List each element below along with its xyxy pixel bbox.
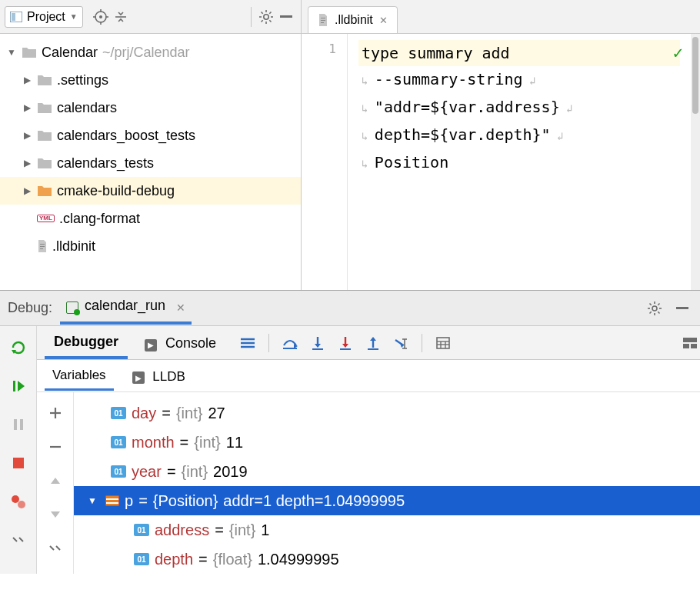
- svg-rect-68: [691, 344, 697, 348]
- run-config-name: calendar_run: [85, 298, 165, 314]
- project-toolbar: Project ▼: [0, 0, 301, 34]
- tab-lldb[interactable]: ▶ LLDB: [125, 362, 193, 390]
- variable-row[interactable]: 01depth = {float} 1.04999995: [74, 545, 700, 574]
- move-down-button[interactable]: [45, 505, 65, 525]
- code-line: Position: [375, 153, 448, 172]
- move-up-button[interactable]: [45, 471, 65, 491]
- stop-button[interactable]: [8, 452, 29, 474]
- variable-name: depth: [155, 551, 193, 568]
- add-watch-button[interactable]: [45, 403, 65, 423]
- calculator-icon: [435, 337, 451, 349]
- rerun-button[interactable]: [8, 337, 29, 358]
- expand-icon[interactable]: ▶: [22, 102, 32, 113]
- variable-row[interactable]: ▼p = {Position} addr=1 depth=1.04999995: [74, 486, 700, 515]
- tab-variables[interactable]: Variables: [45, 361, 114, 391]
- pause-button[interactable]: [8, 414, 29, 435]
- debug-main: Debugger ▶ Console: [37, 326, 700, 574]
- expand-icon[interactable]: ▶: [22, 130, 32, 141]
- folder-icon: [37, 102, 52, 114]
- resume-button[interactable]: [8, 375, 29, 397]
- equals-sign: =: [198, 551, 208, 568]
- close-icon[interactable]: ✕: [379, 15, 388, 26]
- svg-line-16: [262, 20, 263, 22]
- run-config-icon: [66, 302, 78, 314]
- expand-icon[interactable]: ▶: [22, 185, 32, 196]
- tree-node[interactable]: ▶.settings: [0, 66, 301, 94]
- tree-node-name: .clang-format: [59, 211, 140, 227]
- step-out-button[interactable]: [363, 333, 383, 353]
- svg-rect-1: [12, 13, 15, 21]
- folder-icon: [37, 74, 52, 86]
- variable-value: 1: [261, 521, 269, 539]
- tree-node[interactable]: ▶calendars_tests: [0, 149, 301, 177]
- tree-node[interactable]: ▶cmake-build-debug: [0, 177, 301, 205]
- collapse-icon[interactable]: ▼: [88, 495, 98, 506]
- primitive-icon: 01: [134, 553, 149, 565]
- more-button[interactable]: [8, 529, 29, 551]
- evaluate-button[interactable]: [433, 333, 453, 353]
- collapse-icon: [114, 10, 128, 24]
- remove-watch-button[interactable]: [45, 437, 65, 457]
- tree-node-name: calendars: [57, 100, 117, 116]
- tab-debugger[interactable]: Debugger: [45, 326, 128, 359]
- scroll-thumb[interactable]: [692, 37, 698, 114]
- variable-row[interactable]: 01day = {int} 27: [74, 398, 700, 428]
- editor-tabbar: .lldbinit ✕: [302, 0, 700, 34]
- variable-row[interactable]: 01month = {int} 11: [74, 428, 700, 457]
- step-into-button[interactable]: [308, 333, 328, 353]
- force-step-into-button[interactable]: [335, 333, 355, 353]
- collapse-all-button[interactable]: [111, 7, 131, 27]
- svg-line-33: [658, 303, 659, 305]
- variable-row[interactable]: 01year = {int} 2019: [74, 457, 700, 486]
- tab-label: Debugger: [54, 334, 118, 349]
- hide-debug-button[interactable]: [672, 298, 692, 318]
- settings-button[interactable]: [256, 7, 276, 27]
- layout-settings-button[interactable]: [680, 333, 700, 353]
- tree-node[interactable]: YML.clang-format: [0, 205, 301, 232]
- tab-console[interactable]: ▶ Console: [135, 328, 225, 358]
- tree-root[interactable]: ▼ Calendar ~/prj/Calendar: [0, 38, 301, 66]
- gear-icon: [647, 301, 662, 316]
- pause-icon: [12, 418, 25, 431]
- editor-body[interactable]: 1 ✓ type summary add ↳ --summary-string …: [302, 34, 700, 290]
- run-to-cursor-icon: [393, 335, 408, 351]
- run-to-cursor-button[interactable]: [391, 333, 411, 353]
- debug-settings-button[interactable]: [645, 298, 665, 318]
- frames-threads-button[interactable]: [238, 333, 258, 353]
- struct-icon: [105, 495, 119, 506]
- code-line: type summary add: [358, 40, 680, 66]
- breakpoints-button[interactable]: [8, 491, 29, 512]
- more-button[interactable]: [45, 538, 65, 558]
- tree-node[interactable]: ▶calendars_boost_tests: [0, 122, 301, 149]
- tree-node[interactable]: ▶calendars: [0, 94, 301, 122]
- variable-type: {int}: [194, 434, 220, 451]
- variable-name: day: [132, 405, 156, 422]
- file-icon: [37, 240, 48, 252]
- close-icon[interactable]: ✕: [176, 302, 185, 314]
- variable-row[interactable]: 01address = {int} 1: [74, 515, 700, 545]
- wrap-indicator-icon: ↲: [551, 130, 564, 142]
- project-tree[interactable]: ▼ Calendar ~/prj/Calendar ▶.settings▶cal…: [0, 34, 301, 290]
- editor-tab-lldbinit[interactable]: .lldbinit ✕: [308, 6, 398, 33]
- expand-icon[interactable]: ▶: [22, 158, 32, 168]
- editor-panel: .lldbinit ✕ 1 ✓ type summary add ↳ --sum…: [302, 0, 700, 290]
- variable-type: {float}: [213, 551, 252, 568]
- hide-panel-button[interactable]: [276, 7, 296, 27]
- step-over-button[interactable]: [280, 333, 300, 353]
- run-config-tab[interactable]: calendar_run ✕: [60, 292, 192, 325]
- code-area[interactable]: ✓ type summary add ↳ --summary-string ↲ …: [348, 34, 691, 290]
- variables-tree[interactable]: 01day = {int} 2701month = {int} 1101year…: [74, 392, 700, 574]
- expand-icon[interactable]: ▶: [22, 75, 32, 85]
- project-view-selector[interactable]: Project ▼: [5, 6, 83, 28]
- locate-button[interactable]: [91, 7, 111, 27]
- variables-area: 01day = {int} 2701month = {int} 1101year…: [37, 392, 700, 574]
- tree-node[interactable]: .lldbinit: [0, 232, 301, 260]
- code-line: depth=${var.depth}": [375, 125, 551, 144]
- collapse-icon[interactable]: ▼: [6, 47, 17, 58]
- svg-rect-39: [20, 419, 23, 430]
- debug-secondary-tabs: Variables ▶ LLDB: [37, 360, 700, 392]
- editor-scrollbar[interactable]: [691, 34, 700, 290]
- svg-line-30: [650, 303, 652, 305]
- svg-line-32: [650, 311, 652, 313]
- svg-rect-24: [321, 22, 324, 23]
